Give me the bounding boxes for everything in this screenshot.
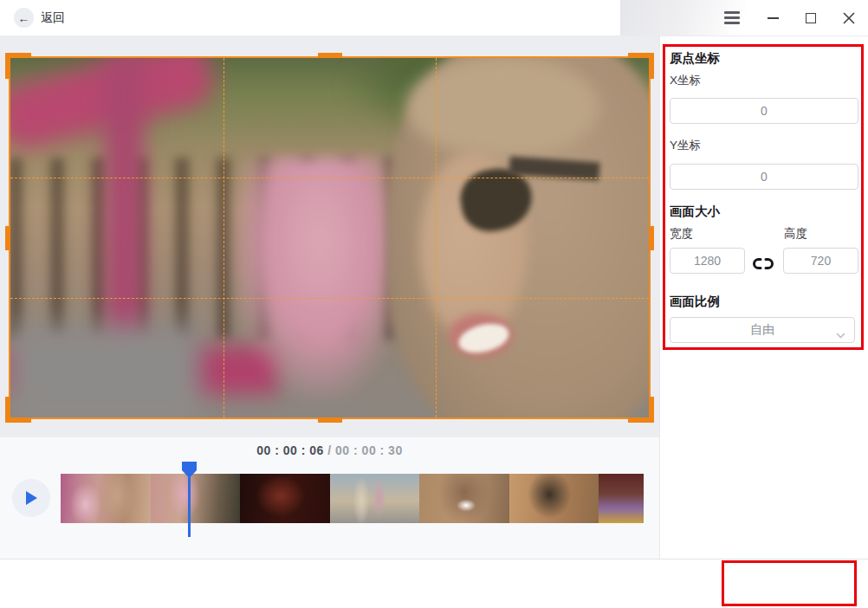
back-arrow-icon[interactable]: ← [14,8,34,28]
thumbnail-frame[interactable] [599,474,644,523]
window-controls [721,0,858,36]
crop-handle-bottom-right[interactable] [628,397,654,423]
width-input[interactable] [670,248,745,274]
back-label: 返回 [41,10,65,26]
maximize-icon[interactable] [802,10,819,27]
aspect-ratio-select[interactable]: 自由 [670,317,855,343]
height-label: 高度 [784,226,807,242]
crop-handle-top[interactable] [318,53,342,58]
crop-handle-top-right[interactable] [628,53,654,79]
frame-size-heading: 画面大小 [670,204,720,220]
y-coordinate-label: Y坐标 [670,138,701,153]
video-crop-area[interactable] [9,56,651,419]
thumbnail-frame[interactable] [61,474,151,523]
thumbnail-frame[interactable] [419,474,509,523]
aspect-ratio-heading: 画面比例 [670,294,720,310]
time-display: 00 : 00 : 06 / 00 : 00 : 30 [0,443,659,457]
footer-bar [0,559,868,608]
close-icon[interactable] [840,10,858,27]
timeline-thumbnails[interactable] [61,474,644,523]
thumbnail-frame[interactable] [151,474,241,523]
hamburger-menu-icon[interactable] [721,8,743,27]
x-coordinate-label: X坐标 [670,73,701,88]
time-separator: / [324,443,335,457]
play-icon [24,490,38,506]
link-dimensions-icon[interactable] [748,254,779,273]
crop-settings-panel: 原点坐标 X坐标 Y坐标 画面大小 宽度 高度 画面比例 自由 [659,36,868,559]
play-button[interactable] [12,479,50,517]
video-frame [9,56,651,419]
thumbnail-frame[interactable] [509,474,599,523]
crop-handle-left[interactable] [5,226,10,250]
chevron-down-icon [836,327,845,341]
thumbnail-frame[interactable] [240,474,330,523]
crop-handle-top-left[interactable] [5,53,31,79]
thumbnail-frame[interactable] [330,474,420,523]
x-coordinate-input[interactable] [670,98,858,124]
height-input[interactable] [783,248,858,274]
woman-bangs [406,56,599,158]
pink-haired-person [233,158,406,398]
y-coordinate-input[interactable] [670,164,858,190]
ground-background [9,325,201,419]
current-time: 00 : 00 : 06 [256,443,324,457]
origin-heading: 原点坐标 [670,50,720,67]
crop-handle-bottom-left[interactable] [5,397,31,423]
minimize-icon[interactable] [764,10,781,27]
crop-handle-bottom[interactable] [318,417,342,423]
total-time: 00 : 00 : 30 [335,443,403,457]
width-label: 宽度 [670,226,693,242]
titlebar: ← 返回 [0,0,868,36]
crop-handle-right[interactable] [649,226,654,250]
back-button[interactable]: ← 返回 [14,8,65,28]
aspect-ratio-value: 自由 [750,322,774,338]
